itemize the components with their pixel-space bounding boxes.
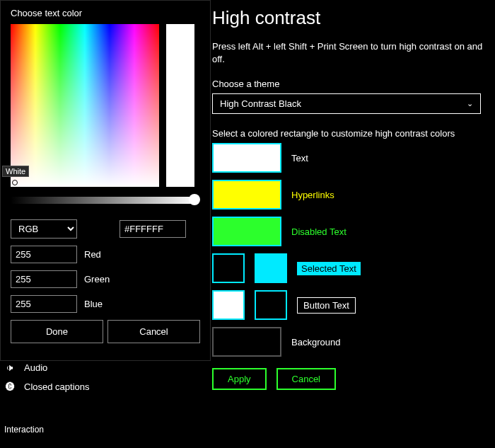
swatch-selected-fg[interactable] [212, 253, 245, 283]
value-slider[interactable] [11, 197, 196, 204]
shortcut-description: Press left Alt + left Shift + Print Scre… [212, 40, 488, 66]
cancel-button[interactable]: Cancel [276, 368, 336, 390]
swatch-button-bg[interactable] [255, 290, 287, 320]
blue-input[interactable] [11, 295, 77, 313]
done-button[interactable]: Done [11, 320, 103, 343]
speaker-icon: 🕩 [6, 362, 17, 373]
swatch-text[interactable] [212, 143, 281, 173]
sidebar-item-label: Closed captions [24, 381, 90, 392]
swatch-text-label: Text [291, 153, 308, 163]
swatch-selected-label: Selected Text [297, 262, 361, 275]
red-input[interactable] [11, 246, 77, 263]
theme-value: High Contrast Black [220, 98, 301, 109]
color-picker-panel: Choose text color White RGB Red Green Bl… [0, 0, 211, 361]
swatch-button-label: Button Text [297, 297, 356, 314]
picker-title: Choose text color [11, 8, 200, 18]
red-label: Red [84, 249, 101, 260]
choose-theme-label: Choose a theme [212, 79, 495, 89]
green-input[interactable] [11, 270, 77, 288]
color-tooltip: White [2, 166, 29, 177]
color-preview [166, 24, 194, 187]
sidebar-item-label: Audio [24, 362, 47, 373]
swatch-background[interactable] [212, 327, 281, 357]
swatch-background-label: Background [291, 337, 340, 348]
cc-icon: 🅒 [6, 381, 17, 392]
slider-thumb[interactable] [189, 194, 200, 205]
theme-dropdown[interactable]: High Contrast Black ⌄ [212, 93, 481, 114]
chevron-down-icon: ⌄ [467, 99, 473, 108]
color-mode-select[interactable]: RGB [11, 219, 77, 239]
swatch-hyperlinks-label: Hyperlinks [291, 190, 334, 200]
swatch-hyperlinks[interactable] [212, 180, 281, 209]
saturation-box[interactable] [11, 24, 159, 187]
sidebar-item-audio[interactable]: 🕩 Audio [6, 358, 90, 377]
sidebar-item-closed-captions[interactable]: 🅒 Closed captions [6, 377, 90, 396]
sidebar-section-interaction: Interaction [4, 425, 44, 435]
blue-label: Blue [84, 299, 103, 309]
picker-cancel-button[interactable]: Cancel [107, 320, 200, 343]
green-label: Green [84, 274, 110, 285]
select-instruction: Select a colored rectangle to customize … [212, 128, 495, 139]
page-title: High contrast [212, 7, 495, 29]
swatch-selected-bg[interactable] [255, 253, 287, 283]
swatch-button-fg[interactable] [212, 290, 245, 320]
swatch-disabled-label: Disabled Text [291, 226, 346, 237]
swatch-disabled[interactable] [212, 217, 281, 246]
apply-button[interactable]: Apply [212, 368, 267, 390]
hex-input[interactable] [120, 220, 186, 238]
